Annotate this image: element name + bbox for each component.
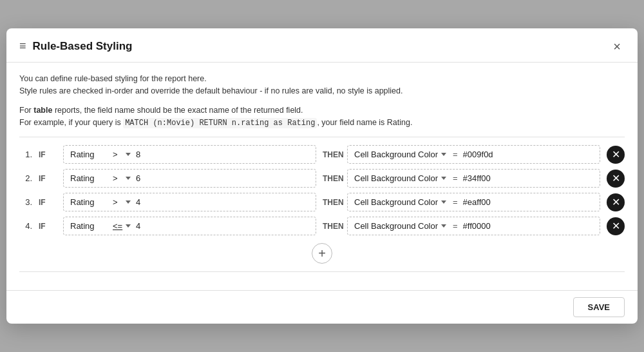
rule-if-label: IF (39, 222, 57, 231)
rule-if-label: IF (39, 150, 57, 159)
rules-icon: ≡ (19, 39, 26, 53)
rule-based-styling-modal: ≡ Rule-Based Styling × You can define ru… (6, 28, 638, 324)
delete-icon: ✕ (612, 197, 620, 208)
rule-number: 1. (19, 150, 32, 159)
rules-list: 1. IF Rating > < >= <= THEN (19, 145, 625, 235)
rule-number: 2. (19, 173, 32, 183)
code-example: MATCH (n:Movie) RETURN n.rating as Ratin… (123, 118, 317, 128)
rule-row: 1. IF Rating > < >= <= THEN (19, 145, 625, 164)
info-line4: For example, if your query is MATCH (n:M… (19, 117, 625, 129)
rule-operator-select[interactable]: > < >= <= (113, 197, 132, 207)
rule-operator-select[interactable]: <= > < >= (113, 221, 132, 231)
rule-then-label: THEN (323, 150, 341, 159)
modal-title: Rule-Based Styling (33, 40, 133, 53)
modal-body: You can define rule-based styling for th… (6, 63, 638, 290)
rule-then: Cell Background Color Text Color = (347, 169, 600, 188)
rule-condition: Rating <= > < >= (63, 217, 316, 235)
rule-color-input[interactable] (463, 150, 593, 159)
rule-property-select[interactable]: Cell Background Color Text Color (354, 197, 448, 207)
rule-then: Cell Background Color Text Color = (347, 193, 600, 211)
rule-row: 2. IF Rating > < >= <= THEN (19, 169, 625, 188)
rule-property-select[interactable]: Cell Background Color Text Color (354, 221, 448, 231)
info-block2: For table reports, the field name should… (19, 104, 625, 129)
save-button[interactable]: SAVE (573, 297, 625, 317)
equals-sign: = (453, 173, 458, 183)
rule-then: Cell Background Color Text Color = (347, 145, 600, 164)
rule-field: Rating (70, 173, 109, 183)
modal-title-row: ≡ Rule-Based Styling (19, 39, 132, 53)
rule-value-input[interactable] (136, 221, 155, 231)
rule-value-input[interactable] (136, 197, 155, 207)
info-block: You can define rule-based styling for th… (19, 73, 625, 97)
field-name-example: Rating (387, 118, 410, 127)
info-line2: Style rules are checked in-order and ove… (19, 85, 625, 97)
add-rule-row: + (19, 243, 625, 264)
equals-sign: = (453, 150, 458, 159)
rule-value-input[interactable] (136, 173, 155, 183)
rule-then: Cell Background Color Text Color = (347, 217, 600, 235)
delete-icon: ✕ (612, 173, 620, 184)
delete-icon: ✕ (612, 150, 620, 160)
add-rule-button[interactable]: + (312, 243, 332, 264)
delete-rule-button[interactable]: ✕ (607, 170, 625, 188)
table-bold: table (33, 106, 52, 115)
equals-sign: = (453, 221, 458, 231)
rule-operator-select[interactable]: > < >= <= (113, 173, 132, 183)
info-line3: For table reports, the field name should… (19, 104, 625, 117)
info-line1: You can define rule-based styling for th… (19, 73, 625, 85)
rule-field: Rating (70, 150, 109, 159)
rule-color-input[interactable] (463, 197, 593, 207)
modal-footer: SAVE (6, 290, 638, 324)
close-button[interactable]: × (609, 39, 625, 54)
rule-color-input[interactable] (463, 221, 593, 231)
rule-then-label: THEN (323, 174, 341, 183)
rule-property-select[interactable]: Cell Background Color Text Color (354, 150, 448, 159)
rule-condition: Rating > < >= <= (63, 145, 316, 164)
rule-color-input[interactable] (463, 173, 593, 183)
rule-if-label: IF (39, 174, 57, 183)
rule-condition: Rating > < >= <= (63, 193, 316, 211)
rule-row: 3. IF Rating > < >= <= THEN (19, 193, 625, 211)
modal-header: ≡ Rule-Based Styling × (6, 28, 638, 63)
modal-overlay: ≡ Rule-Based Styling × You can define ru… (0, 0, 644, 352)
delete-rule-button[interactable]: ✕ (607, 193, 625, 211)
rule-value-input[interactable] (136, 150, 155, 159)
delete-rule-button[interactable]: ✕ (607, 146, 625, 164)
rule-field: Rating (70, 197, 109, 207)
divider-bottom (19, 271, 625, 272)
delete-icon: ✕ (612, 221, 620, 231)
rule-number: 3. (19, 197, 32, 207)
rule-row: 4. IF Rating <= > < >= THEN (19, 217, 625, 235)
rule-operator-select[interactable]: > < >= <= (113, 150, 132, 159)
rule-number: 4. (19, 221, 32, 231)
rule-field: Rating (70, 221, 109, 231)
rule-then-label: THEN (323, 198, 341, 207)
rule-if-label: IF (39, 198, 57, 207)
divider-top (19, 137, 625, 137)
rule-property-select[interactable]: Cell Background Color Text Color (354, 173, 448, 183)
equals-sign: = (453, 197, 458, 207)
rule-condition: Rating > < >= <= (63, 169, 316, 188)
rule-then-label: THEN (323, 222, 341, 231)
delete-rule-button[interactable]: ✕ (607, 217, 625, 235)
